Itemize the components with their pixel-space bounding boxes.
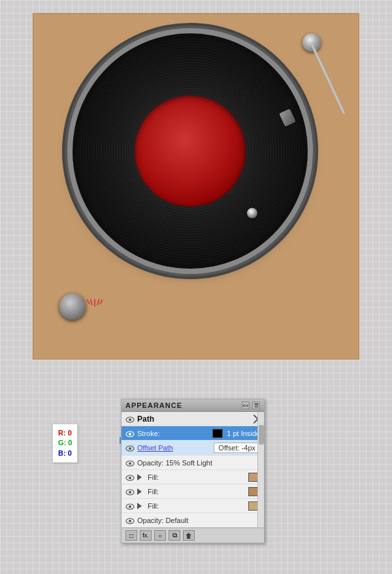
stroke-label: Stroke:	[137, 430, 212, 437]
fill2-row: Fill:	[122, 484, 264, 499]
fill2-label: Fill:	[148, 488, 248, 496]
fill3-row: Fill:	[122, 499, 264, 513]
panel-titlebar: APPEARANCE << ☰	[122, 399, 264, 412]
visibility-icon[interactable]	[125, 460, 135, 466]
opacity-row: Opacity: 15% Soft Light	[122, 456, 264, 470]
stroke-row[interactable]: Stroke: 1 pt Inside	[122, 426, 264, 441]
canvas-area	[33, 13, 359, 360]
opacity2-label: Opacity: Default	[137, 516, 260, 524]
fx-button[interactable]: fx.	[140, 530, 152, 541]
panel-content: Path Stroke: 1 pt Inside Offset Path Off…	[122, 412, 264, 528]
volume-mark	[94, 299, 95, 307]
offset-value-box: Offset: -4px	[214, 443, 260, 453]
visibility-icon[interactable]	[125, 445, 135, 451]
circle-button[interactable]: ○	[154, 530, 166, 541]
fill1-row: Fill:	[122, 470, 264, 484]
g-label: G: 0	[58, 438, 72, 448]
svg-point-7	[129, 462, 131, 465]
visibility-icon[interactable]	[125, 474, 135, 481]
visibility-icon[interactable]	[125, 503, 135, 509]
svg-point-3	[129, 433, 131, 435]
volume-marks	[89, 299, 101, 307]
panel-collapse-button[interactable]: <<	[242, 401, 250, 409]
rgb-info-box: R: 0 G: 0 B: 0	[52, 424, 78, 463]
visibility-icon[interactable]	[125, 416, 135, 422]
panel-menu-button[interactable]: ☰	[252, 401, 260, 409]
svg-point-9	[129, 477, 131, 479]
svg-point-1	[129, 418, 131, 421]
svg-point-15	[129, 520, 131, 522]
path-row: Path	[122, 412, 264, 426]
tonearm	[249, 27, 327, 158]
rgb-r-value: R: 0	[58, 428, 72, 438]
stroke-value: 1 pt Inside	[227, 430, 260, 437]
svg-point-13	[129, 505, 131, 508]
new-item-button[interactable]: □	[125, 530, 137, 541]
rgb-b-value: B: 0	[58, 448, 72, 458]
duplicate-button[interactable]: ⧉	[169, 530, 180, 541]
volume-mark	[90, 299, 93, 305]
opacity2-row: Opacity: Default	[122, 513, 264, 528]
tonearm-head	[279, 109, 296, 127]
scrollbar[interactable]	[257, 412, 264, 528]
expand-fill-icon[interactable]	[137, 474, 145, 481]
visibility-icon[interactable]	[125, 488, 135, 495]
r-label: R: 0	[58, 428, 72, 438]
volume-knob[interactable]	[59, 294, 86, 320]
panel-title: APPEARANCE	[125, 401, 182, 409]
volume-mark	[99, 299, 103, 305]
fill3-label: Fill:	[148, 502, 248, 510]
opacity-label: Opacity: 15% Soft Light	[137, 459, 260, 467]
expand-fill-icon[interactable]	[137, 503, 145, 509]
stroke-color-swatch[interactable]	[212, 429, 223, 438]
fill1-label: Fill:	[148, 473, 248, 481]
tonearm-arm	[310, 42, 345, 114]
knob-area	[59, 294, 86, 320]
turntable	[73, 33, 321, 282]
offset-path-row[interactable]: Offset Path Offset: -4px	[122, 441, 264, 456]
svg-point-5	[129, 447, 131, 450]
visibility-icon[interactable]	[125, 430, 135, 437]
vinyl-spindle	[247, 208, 257, 218]
vinyl-label	[135, 95, 246, 207]
expand-fill-icon[interactable]	[137, 488, 145, 495]
svg-point-11	[129, 491, 131, 494]
b-label: B: 0	[58, 448, 72, 458]
appearance-panel: APPEARANCE << ☰ Path Stroke: 1 pt Inside	[121, 399, 265, 543]
panel-controls: << ☰	[242, 401, 260, 409]
scrollbar-thumb[interactable]	[259, 425, 264, 445]
visibility-icon[interactable]	[125, 517, 135, 524]
volume-mark	[97, 299, 100, 305]
rgb-g-value: G: 0	[58, 438, 72, 448]
delete-button[interactable]: 🗑	[183, 530, 195, 541]
offset-path-label[interactable]: Offset Path	[137, 444, 214, 452]
path-label: Path	[137, 414, 251, 424]
panel-toolbar: □ fx. ○ ⧉ 🗑	[122, 528, 264, 543]
